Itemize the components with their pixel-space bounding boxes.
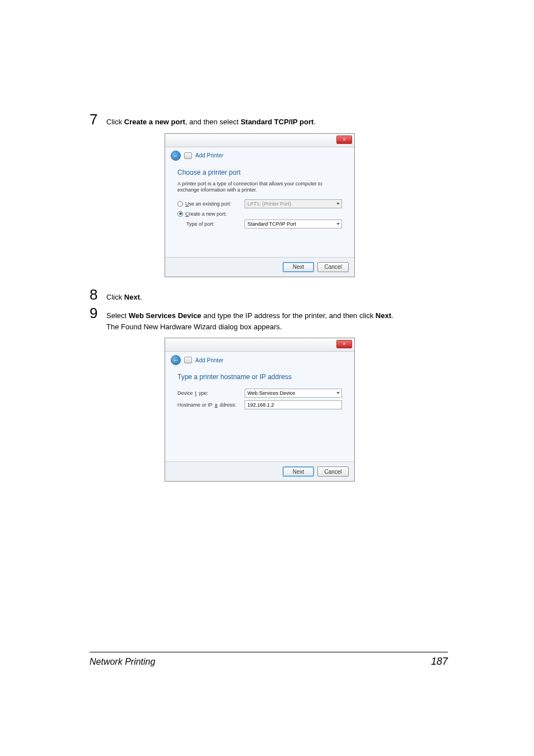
dialog-header-row: ← Add Printer [165, 147, 354, 162]
port-type-row: Type of port: Standard TCP/IP Port [186, 220, 342, 228]
close-icon[interactable]: × [336, 340, 352, 348]
step-number: 9 [90, 306, 106, 320]
bold: Next [124, 293, 140, 301]
dialog-body: Type a printer hostname or IP address De… [165, 366, 354, 461]
rest: se an existing port: [189, 201, 232, 207]
dialog-body: Choose a printer port A printer port is … [165, 162, 354, 257]
dialog-breadcrumb: Add Printer [195, 357, 223, 363]
bold: Standard TCP/IP port [241, 118, 314, 126]
device-type-select[interactable]: Web Services Device [245, 389, 342, 398]
create-new-port-row: Create a new port: [177, 211, 342, 217]
radio-icon [177, 201, 183, 207]
footer-page-number: 187 [431, 656, 448, 668]
pre: Hostname or IP [177, 402, 213, 408]
u: a [215, 402, 218, 408]
dialog-titlebar: × [165, 338, 354, 352]
u: t [195, 390, 197, 396]
t: The Found New Hardware Wizard dialog box… [106, 323, 282, 331]
page-footer: Network Printing 187 [90, 652, 448, 668]
step-8-text: Click Next. [106, 292, 142, 303]
cancel-button[interactable]: Cancel [317, 262, 349, 272]
radio-existing-port[interactable]: Use an existing port: [177, 201, 239, 207]
printer-icon [184, 357, 192, 363]
t: Click [106, 293, 124, 301]
dialog-titlebar: × [165, 134, 354, 147]
radio-icon [177, 211, 183, 217]
hostname-label: Hostname or IP address: [177, 402, 239, 408]
port-type-label: Type of port: [186, 221, 239, 227]
t: and type the IP address for the printer,… [202, 311, 376, 320]
step-9: 9 Select Web Services Device and type th… [90, 306, 448, 332]
t: , and then select [185, 118, 241, 126]
pre: Device [177, 390, 193, 396]
next-button[interactable]: Next [283, 466, 314, 477]
t: . [140, 293, 142, 301]
dialog-description: A printer port is a type of connection t… [177, 181, 342, 194]
bold: Create a new port [124, 118, 185, 126]
hostname-input[interactable]: 192.168.1.2 [245, 400, 342, 409]
back-arrow-icon[interactable]: ← [171, 151, 181, 161]
cancel-button[interactable]: Cancel [317, 466, 349, 477]
bold: Web Services Device [129, 311, 202, 320]
dialog-heading: Type a printer hostname or IP address [177, 373, 342, 381]
t: . [313, 118, 316, 126]
dialog-breadcrumb: Add Printer [195, 152, 223, 158]
dialog-footer: Next Cancel [165, 257, 354, 277]
step-8: 8 Click Next. [90, 287, 448, 303]
device-type-row: Device type: Web Services Device [177, 389, 342, 398]
post: ddress: [220, 402, 237, 408]
step-7-text: Click Create a new port, and then select… [106, 116, 316, 128]
t: . [391, 311, 394, 320]
bold: Next [376, 311, 391, 320]
step-number: 8 [90, 287, 106, 302]
dialog-2-wrap: × ← Add Printer Type a printer hostname … [165, 338, 448, 482]
device-type-label: Device type: [177, 390, 239, 396]
back-arrow-icon[interactable]: ← [171, 355, 181, 365]
next-button[interactable]: Next [283, 262, 314, 272]
label-text: Create a new port: [185, 211, 227, 217]
step-9-text: Select Web Services Device and type the … [106, 310, 394, 332]
port-type-select[interactable]: Standard TCP/IP Port [245, 220, 342, 228]
existing-port-select: LPT1: (Printer Port) [245, 199, 342, 208]
radio-create-port[interactable]: Create a new port: [177, 211, 239, 217]
add-printer-dialog-hostname: × ← Add Printer Type a printer hostname … [165, 338, 355, 482]
post: ype: [199, 390, 208, 396]
footer-section-title: Network Printing [90, 657, 155, 667]
t: Click [106, 118, 124, 126]
label-text: Use an existing port: [185, 201, 231, 207]
t: Select [106, 311, 129, 320]
printer-icon [184, 152, 192, 159]
page-content: 7 Click Create a new port, and then sele… [90, 112, 448, 492]
add-printer-dialog-port: × ← Add Printer Choose a printer port A … [165, 133, 355, 277]
dialog-header-row: ← Add Printer [165, 352, 354, 366]
dialog-heading: Choose a printer port [177, 169, 342, 176]
close-icon[interactable]: × [336, 136, 352, 144]
use-existing-port-row: Use an existing port: LPT1: (Printer Por… [177, 199, 342, 208]
dialog-1-wrap: × ← Add Printer Choose a printer port A … [165, 133, 448, 277]
hostname-row: Hostname or IP address: 192.168.1.2 [177, 400, 342, 409]
step-number: 7 [90, 112, 106, 127]
rest: reate a new port: [189, 211, 227, 217]
step-7: 7 Click Create a new port, and then sele… [90, 112, 448, 128]
dialog-footer: Next Cancel [165, 461, 354, 481]
